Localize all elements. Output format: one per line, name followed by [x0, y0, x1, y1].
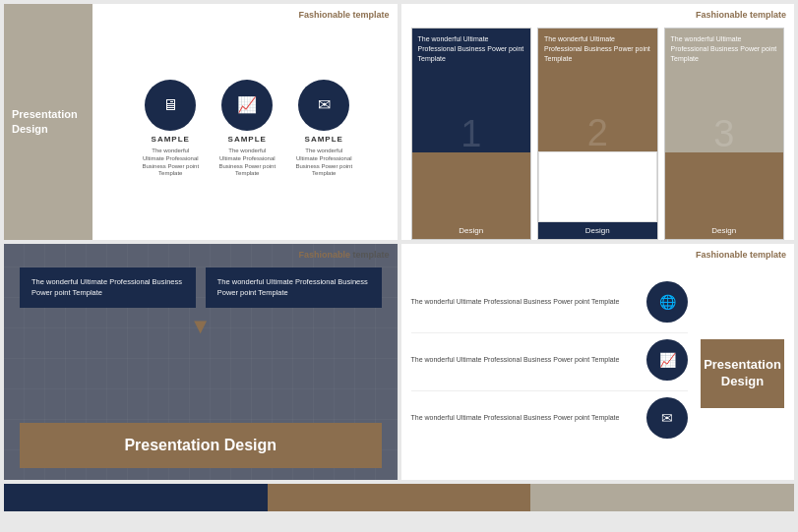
slide4-icon-2: 📈 — [646, 339, 688, 381]
slide-4: Fashionable template The wonderful Ultim… — [401, 244, 795, 480]
slide-1: Fashionable template Presentation Design… — [4, 4, 398, 240]
slide2-col2-button[interactable]: Design — [538, 222, 657, 239]
slide-2: Fashionable template The wonderful Ultim… — [401, 4, 795, 240]
slide1-label-3: SAMPLE — [305, 135, 343, 144]
slide2-col-3: The wonderful Ultimate Professional Busi… — [664, 28, 785, 240]
slide1-main: 🖥 SAMPLE The wonderful Ultimate Professi… — [97, 4, 398, 240]
slide3-main: The wonderful Ultimate Professional Busi… — [4, 244, 398, 480]
slide2-col3-number: 3 — [665, 111, 784, 152]
slide2-col1-button[interactable]: Design — [412, 222, 531, 239]
slide1-circles: 🖥 SAMPLE The wonderful Ultimate Professi… — [141, 80, 353, 178]
slide1-icon-3: ✉ — [298, 80, 349, 131]
slide2-col1-number: 1 — [412, 111, 531, 152]
color-swatch-2 — [268, 484, 531, 511]
slide2-col-2: The wonderful Ultimate Professional Busi… — [537, 28, 658, 240]
slide4-label-bold: Fashionable — [696, 250, 748, 260]
slide4-text-1: The wonderful Ultimate Professional Busi… — [411, 297, 640, 307]
slide-3: Fashionable template The wonderful Ultim… — [4, 244, 398, 480]
slide3-box-1: The wonderful Ultimate Professional Busi… — [20, 267, 196, 308]
slide3-title: Presentation Design — [20, 423, 382, 468]
color-swatch-1 — [4, 484, 268, 511]
color-swatch-3 — [530, 484, 794, 511]
slide3-label: Fashionable template — [298, 250, 389, 260]
color-bar — [4, 484, 794, 511]
slide2-col3-button[interactable]: Design — [665, 222, 784, 239]
slide1-item-3: ✉ SAMPLE The wonderful Ultimate Professi… — [294, 80, 353, 178]
slide2-col2-middle — [538, 151, 657, 223]
slide1-label-1: SAMPLE — [152, 135, 190, 144]
slide1-icon-2: 📈 — [221, 80, 273, 131]
slide4-row-3: The wonderful Ultimate Professional Busi… — [411, 390, 689, 444]
slide1-title: Presentation Design — [12, 107, 85, 138]
slide4-row-2: The wonderful Ultimate Professional Busi… — [411, 332, 689, 386]
slide4-row-1: The wonderful Ultimate Professional Busi… — [411, 275, 689, 328]
slide2-main: The wonderful Ultimate Professional Busi… — [401, 4, 795, 240]
slide2-label: Fashionable template — [696, 10, 786, 20]
slide3-boxes: The wonderful Ultimate Professional Busi… — [20, 267, 382, 308]
slide4-icon-1: 🌐 — [646, 281, 688, 323]
slide2-col2-number: 2 — [538, 110, 657, 151]
slide1-desc-3: The wonderful Ultimate Professional Busi… — [294, 148, 353, 178]
slide1-item-1: 🖥 SAMPLE The wonderful Ultimate Professi… — [141, 80, 200, 178]
slide3-arrow-icon: ▼ — [20, 314, 382, 339]
slide1-desc-1: The wonderful Ultimate Professional Busi… — [141, 148, 200, 178]
slide4-text-3: The wonderful Ultimate Professional Busi… — [411, 413, 640, 423]
slide2-col1-middle — [412, 152, 531, 223]
slide4-icon-3: ✉ — [646, 397, 688, 439]
slide2-col-1: The wonderful Ultimate Professional Busi… — [411, 28, 532, 240]
slide4-main: The wonderful Ultimate Professional Busi… — [401, 244, 795, 480]
slide4-card: Presentation Design — [701, 339, 784, 408]
slide-grid: Fashionable template Presentation Design… — [0, 0, 798, 484]
slide2-col2-header: The wonderful Ultimate Professional Busi… — [538, 29, 657, 110]
slide2-col1-header: The wonderful Ultimate Professional Busi… — [412, 29, 531, 111]
slide4-right-panel: Presentation Design — [696, 267, 794, 480]
slide4-text-2: The wonderful Ultimate Professional Busi… — [411, 355, 640, 365]
slide3-box-2: The wonderful Ultimate Professional Busi… — [206, 267, 382, 308]
slide1-left-panel: Presentation Design — [4, 4, 92, 240]
slide1-icon-1: 🖥 — [145, 80, 196, 131]
slide4-rows: The wonderful Ultimate Professional Busi… — [401, 267, 697, 480]
slide4-label: Fashionable template — [696, 250, 786, 260]
slide2-col3-middle — [665, 152, 784, 223]
slide2-col3-header: The wonderful Ultimate Professional Busi… — [665, 29, 784, 111]
slide2-label-bold: Fashionable — [696, 10, 748, 20]
slide1-item-2: 📈 SAMPLE The wonderful Ultimate Professi… — [217, 80, 276, 178]
slide1-label-2: SAMPLE — [228, 135, 267, 144]
slide1-desc-2: The wonderful Ultimate Professional Busi… — [217, 148, 276, 178]
slide3-label-bold: Fashionable — [298, 250, 350, 260]
